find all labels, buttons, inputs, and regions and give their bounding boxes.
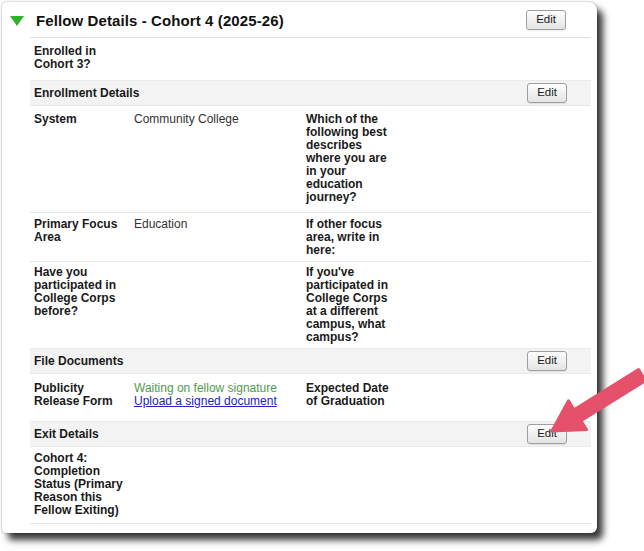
enrollment-edit-button[interactable]: Edit [527,83,567,103]
participated-label: Have you participated in College Corps b… [30,266,130,344]
field-row-primary-focus: Primary Focus Area Education If other fo… [30,213,591,262]
file-documents-section-title: File Documents [34,354,527,368]
system-label: System [30,113,130,204]
pointer-arrow-icon [538,350,644,450]
page-title: Fellow Details - Cohort 4 (2025-26) [36,12,526,29]
field-row-enrolled: Enrolled in Cohort 3? [30,38,591,80]
fellow-details-edit-button[interactable]: Edit [526,10,566,30]
field-row-publicity: Publicity Release Form Waiting on fellow… [30,374,591,421]
other-focus-label: If other focus area, write in here: [302,218,406,257]
card-content: Enrolled in Cohort 3? Enrollment Details… [30,37,591,524]
section-header-enrollment: Enrollment Details Edit [30,80,591,106]
cohort-completion-status-label: Cohort 4: Completion Status (Primary Rea… [30,452,130,517]
primary-focus-label: Primary Focus Area [30,218,130,257]
publicity-status-text: Waiting on fellow signature [134,381,277,395]
exit-details-section-title: Exit Details [34,427,527,441]
card-header: Fellow Details - Cohort 4 (2025-26) Edit [2,2,597,37]
collapse-triangle-icon[interactable] [10,16,24,26]
primary-focus-value: Education [130,218,302,257]
other-campus-label: If you've participated in College Corps … [302,266,406,344]
education-journey-label: Which of the following best describes wh… [302,113,406,204]
field-row-participated: Have you participated in College Corps b… [30,262,591,348]
upload-signed-document-link[interactable]: Upload a signed document [134,394,277,408]
field-row-system: System Community College Which of the fo… [30,106,591,213]
enrollment-section-title: Enrollment Details [34,86,527,100]
graduation-date-label: Expected Date of Graduation [302,382,406,408]
fellow-details-card: Fellow Details - Cohort 4 (2025-26) Edit… [2,2,597,533]
publicity-value: Waiting on fellow signature Upload a sig… [130,382,302,408]
enrolled-label: Enrolled in Cohort 3? [30,45,130,71]
section-header-exit-details: Exit Details Edit [30,421,591,447]
section-header-file-documents: File Documents Edit [30,348,591,374]
field-row-cohort-status: Cohort 4: Completion Status (Primary Rea… [30,447,591,524]
system-value: Community College [130,113,302,204]
publicity-label: Publicity Release Form [30,382,130,408]
